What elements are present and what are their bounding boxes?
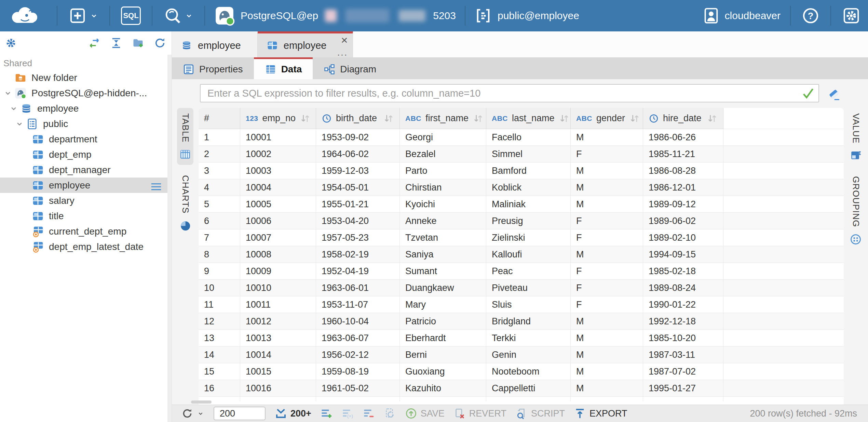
data-cell[interactable]: 10006: [240, 213, 316, 229]
row-number-cell[interactable]: 12: [199, 313, 240, 329]
data-cell[interactable]: 1994-09-15: [643, 246, 723, 263]
item-actions-menu-icon[interactable]: [150, 181, 162, 190]
tree-item-employee[interactable]: employee: [0, 178, 172, 193]
sidebar-settings-gear-icon[interactable]: [5, 37, 17, 49]
data-cell[interactable]: F: [571, 296, 643, 313]
chevron-down-icon[interactable]: [9, 103, 19, 114]
data-cell[interactable]: M: [571, 313, 643, 329]
sort-icon[interactable]: [559, 113, 570, 124]
data-cell[interactable]: Cappelletti: [486, 380, 571, 396]
data-cell[interactable]: F: [571, 146, 643, 162]
row-number-cell[interactable]: 8: [199, 246, 240, 263]
column-header-hire_date[interactable]: hire_date: [643, 108, 723, 129]
row-number-cell[interactable]: 15: [199, 363, 240, 380]
data-cell[interactable]: 1959-08-19: [316, 363, 400, 380]
data-cell[interactable]: Bamford: [486, 163, 571, 179]
data-cell[interactable]: Georgi: [400, 129, 486, 145]
data-cell[interactable]: 10015: [240, 363, 316, 380]
sql-editor-button[interactable]: SQL: [116, 6, 146, 25]
data-cell[interactable]: 1986-08-28: [643, 163, 723, 179]
data-cell[interactable]: F: [571, 280, 643, 296]
clear-filter-eraser-icon[interactable]: [827, 87, 841, 100]
data-cell[interactable]: Nooteboom: [486, 363, 571, 380]
data-cell[interactable]: 1986-12-01: [643, 179, 723, 196]
data-cell[interactable]: 10016: [240, 380, 316, 396]
tree-item-dept-emp-latest-date[interactable]: dept_emp_latest_date: [0, 239, 172, 254]
data-cell[interactable]: M: [571, 129, 643, 145]
data-cell[interactable]: Berni: [400, 347, 486, 363]
user-menu[interactable]: cloudbeaver: [698, 7, 785, 25]
data-cell[interactable]: M: [571, 163, 643, 179]
tree-item-current-dept-emp[interactable]: current_dept_emp: [0, 224, 172, 239]
row-limit-input[interactable]: [214, 407, 266, 420]
sync-navigation-icon[interactable]: [88, 37, 100, 49]
tab-menu-dots-icon[interactable]: ...: [337, 47, 348, 57]
data-cell[interactable]: 1989-08-24: [643, 280, 723, 296]
help-button[interactable]: ?: [796, 7, 825, 25]
tree-item-postgresql-ep-hidden-[interactable]: PostgreSQL@ep-hidden-...: [0, 85, 172, 101]
data-cell[interactable]: F: [571, 213, 643, 229]
sort-icon[interactable]: [473, 113, 484, 124]
row-number-cell[interactable]: 16: [199, 380, 240, 396]
data-cell[interactable]: 1989-06-02: [643, 213, 723, 229]
panel-tab-value[interactable]: VALUE: [847, 108, 864, 166]
data-cell[interactable]: 10009: [240, 263, 316, 279]
delete-row-button[interactable]: [358, 407, 379, 420]
row-number-cell[interactable]: 14: [199, 347, 240, 363]
data-cell[interactable]: Terkki: [486, 330, 571, 346]
editor-tab-employee-1[interactable]: employee×...: [258, 31, 353, 57]
data-cell[interactable]: M: [571, 363, 643, 380]
data-cell[interactable]: M: [571, 246, 643, 263]
revert-button[interactable]: REVERT: [449, 407, 511, 420]
data-cell[interactable]: M: [571, 330, 643, 346]
row-number-cell[interactable]: 4: [199, 179, 240, 196]
data-cell[interactable]: Saniya: [400, 246, 486, 263]
column-header-gender[interactable]: ABCgender: [571, 108, 643, 129]
data-cell[interactable]: Bridgland: [486, 313, 571, 329]
row-number-cell[interactable]: 11: [199, 296, 240, 313]
data-cell[interactable]: 1992-12-18: [643, 313, 723, 329]
data-cell[interactable]: Guoxiang: [400, 363, 486, 380]
data-cell[interactable]: Piveteau: [486, 280, 571, 296]
data-cell[interactable]: 1963-06-01: [316, 280, 400, 296]
data-cell[interactable]: Tzvetan: [400, 229, 486, 246]
data-cell[interactable]: 10003: [240, 163, 316, 179]
data-cell[interactable]: 10012: [240, 313, 316, 329]
cloudbeaver-logo-icon[interactable]: [0, 4, 51, 27]
editor-tab-employee-0[interactable]: employee: [172, 31, 258, 57]
data-cell[interactable]: Parto: [400, 163, 486, 179]
fetch-more-rows-button[interactable]: 200+: [270, 407, 316, 420]
data-cell[interactable]: 10014: [240, 347, 316, 363]
data-cell[interactable]: Maliniak: [486, 196, 571, 212]
tree-item-title[interactable]: title: [0, 208, 172, 224]
data-cell[interactable]: Eberhardt: [400, 330, 486, 346]
data-cell[interactable]: Sumant: [400, 263, 486, 279]
data-cell[interactable]: Simmel: [486, 146, 571, 162]
data-cell[interactable]: M: [571, 196, 643, 212]
data-cell[interactable]: 1956-02-12: [316, 347, 400, 363]
tree-item-dept-manager[interactable]: dept_manager: [0, 162, 172, 178]
row-number-cell[interactable]: 9: [199, 263, 240, 279]
export-button[interactable]: EXPORT: [569, 407, 632, 420]
data-cell[interactable]: 1985-10-20: [643, 330, 723, 346]
tree-item-public[interactable]: public: [0, 116, 172, 131]
data-cell[interactable]: Patricio: [400, 313, 486, 329]
data-cell[interactable]: Genin: [486, 347, 571, 363]
row-number-cell[interactable]: 3: [199, 163, 240, 179]
data-cell[interactable]: 1990-01-22: [643, 296, 723, 313]
driver-manager-button[interactable]: [158, 6, 199, 25]
new-connection-button[interactable]: [63, 6, 104, 25]
refresh-tree-icon[interactable]: [154, 37, 166, 49]
data-cell[interactable]: 10010: [240, 280, 316, 296]
data-cell[interactable]: Anneke: [400, 213, 486, 229]
data-cell[interactable]: 10011: [240, 296, 316, 313]
row-number-cell[interactable]: 6: [199, 213, 240, 229]
presentation-tab-charts[interactable]: CHARTS: [177, 170, 193, 236]
sql-filter-input[interactable]: [201, 88, 801, 99]
chevron-down-icon[interactable]: [14, 119, 25, 129]
column-header-first_name[interactable]: ABCfirst_name: [400, 108, 486, 129]
data-cell[interactable]: 1952-04-19: [316, 263, 400, 279]
data-cell[interactable]: Kalloufi: [486, 246, 571, 263]
data-cell[interactable]: M: [571, 179, 643, 196]
refresh-result-button[interactable]: [177, 407, 209, 420]
